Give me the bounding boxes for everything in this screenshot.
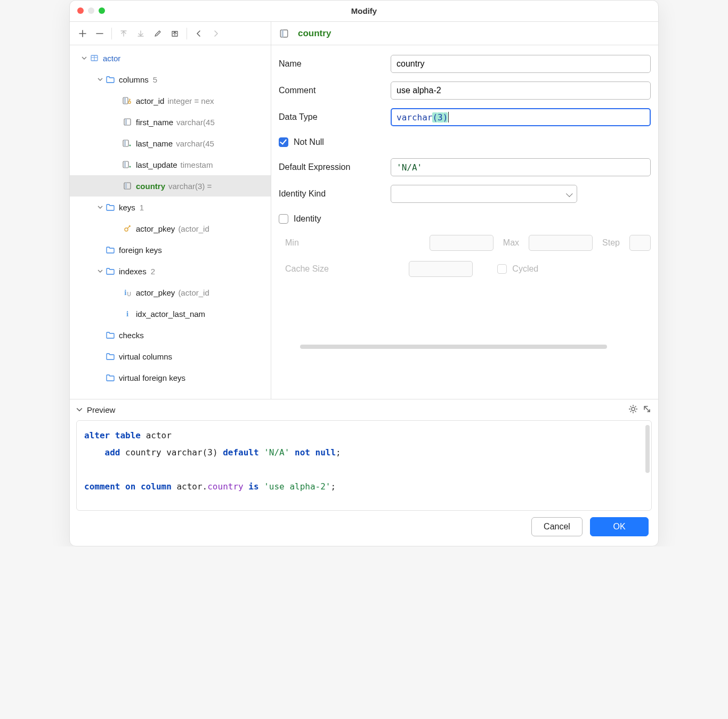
svg-point-8 [130,145,131,146]
tree-node-index[interactable]: iU actor_pkey (actor_id [70,282,271,303]
data-type-input[interactable] [391,108,651,126]
zoom-window-button[interactable] [99,7,105,14]
preview-label: Preview [87,405,115,414]
svg-rect-5 [125,119,127,125]
preview-header[interactable]: Preview [70,399,658,420]
move-down-button[interactable] [133,26,148,41]
tree-node-column[interactable]: last_update timestam [70,154,271,175]
default-expression-input[interactable] [391,158,651,176]
cache-size-label: Cache Size [285,264,329,274]
nav-back-button[interactable] [191,26,206,41]
export-button[interactable] [167,26,182,41]
tree-node-table[interactable]: actor [70,47,271,69]
folder-icon [105,351,116,362]
vertical-scrollbar[interactable] [645,425,650,473]
tree-label: checks [119,331,144,340]
identity-kind-label: Identity Kind [279,189,391,199]
svg-rect-15 [280,30,288,37]
name-input[interactable] [391,55,651,73]
tree-node-column[interactable]: actor_id integer = nex [70,90,271,111]
tree-node-column-selected[interactable]: country varchar(3) = [70,175,271,197]
tree-meta: varchar(45 [176,118,215,127]
tree-label: last_update [136,160,177,169]
editor-header: country [271,22,658,45]
tree-label: actor_pkey [136,224,175,233]
svg-rect-4 [124,119,131,125]
tree-node-virtual-columns[interactable]: virtual columns [70,346,271,367]
tree-node-column[interactable]: first_name varchar(45 [70,111,271,133]
tree-label: idx_actor_last_nam [136,309,205,318]
tree-count: 1 [140,203,144,212]
comment-label: Comment [279,86,391,95]
open-external-icon[interactable] [642,404,652,415]
add-button[interactable] [75,26,90,41]
close-window-button[interactable] [77,7,84,14]
tree-node-columns[interactable]: columns 5 [70,69,271,90]
step-input [629,235,651,251]
tree-label: foreign keys [119,246,162,255]
minimize-window-button[interactable] [88,7,94,14]
svg-point-3 [128,101,131,103]
svg-rect-12 [124,183,131,189]
column-icon [279,28,289,39]
identity-kind-select[interactable] [391,185,577,203]
min-input [430,235,494,251]
tree-node-checks[interactable]: checks [70,324,271,346]
tree-node-indexes[interactable]: indexes 2 [70,260,271,282]
cycled-label: Cycled [512,264,538,274]
not-null-checkbox[interactable] [279,137,288,147]
tree-meta: timestam [181,160,213,169]
name-label: Name [279,59,391,69]
editor-title: country [298,28,331,39]
tree-node-foreign-keys[interactable]: foreign keys [70,239,271,260]
column-editor-panel: country Name Comment Data Type [271,22,658,399]
folder-icon [105,372,116,383]
tree-node-virtual-foreign-keys[interactable]: virtual foreign keys [70,367,271,388]
key-icon [122,223,133,234]
data-type-label: Data Type [279,112,391,122]
tree-label: actor [103,54,120,63]
structure-toolbar [70,22,271,45]
horizontal-scrollbar[interactable] [278,345,652,350]
folder-icon [105,74,116,85]
tree-label: columns [119,75,149,84]
gear-icon[interactable] [628,404,638,415]
structure-tree[interactable]: actor columns 5 actor_id integer = nex [70,45,271,399]
max-label: Max [503,238,519,248]
tree-node-keys[interactable]: keys 1 [70,197,271,218]
default-expression-label: Default Expression [279,162,391,172]
remove-button[interactable] [92,26,107,41]
folder-icon [105,266,116,276]
tree-meta: (actor_id [178,288,209,297]
dialog-footer: Cancel OK [70,517,658,546]
folder-icon [105,330,116,340]
folder-icon [105,244,116,255]
index-icon: i [122,308,133,319]
ok-button[interactable]: OK [590,517,649,536]
folder-icon [105,202,116,213]
comment-input[interactable] [391,81,651,100]
cancel-button[interactable]: Cancel [531,517,583,536]
tree-node-index[interactable]: i idx_actor_last_nam [70,303,271,324]
not-null-label: Not Null [294,137,324,147]
chevron-down-icon [95,77,105,82]
chevron-down-icon [95,268,105,274]
tree-label: keys [119,203,135,212]
edit-button[interactable] [150,26,165,41]
min-label: Min [285,238,299,248]
column-icon [122,181,133,191]
tree-node-key[interactable]: actor_pkey (actor_id [70,218,271,239]
svg-rect-16 [282,30,284,37]
chevron-down-icon [79,55,89,61]
tree-node-column[interactable]: last_name varchar(45 [70,133,271,154]
toolbar-separator [187,28,187,39]
nav-forward-button[interactable] [208,26,223,41]
max-input [529,235,593,251]
chevron-down-icon [95,205,105,210]
identity-checkbox[interactable] [279,214,288,224]
svg-rect-2 [124,97,126,104]
move-up-button[interactable] [116,26,131,41]
step-label: Step [602,238,620,248]
sql-preview[interactable]: alter table actor add country varchar(3)… [76,420,652,511]
svg-point-17 [632,407,635,411]
